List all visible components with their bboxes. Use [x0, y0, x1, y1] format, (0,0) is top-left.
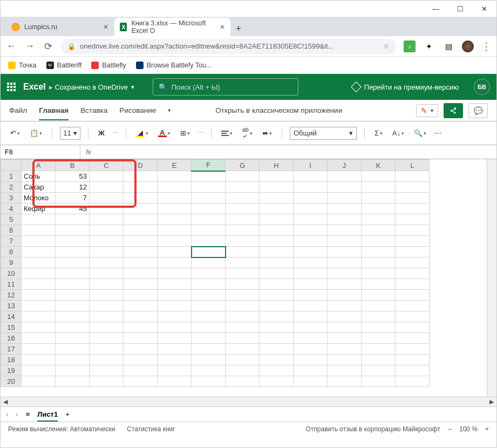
- cell-J2[interactable]: [328, 182, 362, 193]
- cell-B10[interactable]: [56, 268, 90, 279]
- row-header-20[interactable]: 20: [1, 376, 22, 387]
- cell-B19[interactable]: [56, 365, 90, 376]
- extensions-button[interactable]: ✦: [423, 40, 435, 52]
- cell-G19[interactable]: [226, 365, 260, 376]
- cell-G9[interactable]: [226, 257, 260, 268]
- cell-B8[interactable]: [56, 247, 90, 257]
- cell-A15[interactable]: [22, 322, 56, 333]
- cell-E10[interactable]: [158, 268, 192, 279]
- cell-H1[interactable]: [260, 171, 294, 182]
- row-header-2[interactable]: 2: [1, 182, 22, 193]
- window-minimize[interactable]: —: [424, 1, 448, 17]
- cell-D8[interactable]: [124, 247, 158, 257]
- cell-D6[interactable]: [124, 225, 158, 236]
- cell-D15[interactable]: [124, 322, 158, 333]
- cell-E6[interactable]: [158, 225, 192, 236]
- cell-A9[interactable]: [22, 257, 56, 268]
- cell-D9[interactable]: [124, 257, 158, 268]
- row-header-12[interactable]: 12: [1, 290, 22, 301]
- cell-K12[interactable]: [362, 290, 396, 301]
- cell-I9[interactable]: [294, 257, 328, 268]
- sheet-nav-next[interactable]: ›: [16, 410, 18, 418]
- cell-J12[interactable]: [328, 290, 362, 301]
- cell-D11[interactable]: [124, 279, 158, 290]
- cell-H11[interactable]: [260, 279, 294, 290]
- cell-L2[interactable]: [396, 182, 430, 193]
- cell-J6[interactable]: [328, 225, 362, 236]
- cell-H4[interactable]: [260, 203, 294, 214]
- row-header-7[interactable]: 7: [1, 236, 22, 247]
- cell-J3[interactable]: [328, 193, 362, 203]
- cell-G14[interactable]: [226, 311, 260, 322]
- cell-C1[interactable]: [90, 171, 124, 182]
- bookmark-battleriff[interactable]: ΨBattleriff: [46, 62, 82, 69]
- extension-icon[interactable]: ♪: [404, 40, 416, 52]
- cell-F20[interactable]: [192, 376, 226, 387]
- cell-K16[interactable]: [362, 333, 396, 344]
- cell-D1[interactable]: [124, 171, 158, 182]
- cell-J7[interactable]: [328, 236, 362, 247]
- row-header-15[interactable]: 15: [1, 322, 22, 333]
- col-header-H[interactable]: H: [260, 160, 294, 171]
- cell-A4[interactable]: Кефир: [22, 203, 56, 214]
- cell-B6[interactable]: [56, 225, 90, 236]
- cell-H12[interactable]: [260, 290, 294, 301]
- cell-L19[interactable]: [396, 365, 430, 376]
- row-header-17[interactable]: 17: [1, 344, 22, 355]
- close-icon[interactable]: ✕: [220, 23, 225, 31]
- cell-E15[interactable]: [158, 322, 192, 333]
- cell-A19[interactable]: [22, 365, 56, 376]
- cell-I10[interactable]: [294, 268, 328, 279]
- cell-H3[interactable]: [260, 193, 294, 203]
- sheet-tab[interactable]: Лист1: [37, 410, 58, 418]
- cell-F19[interactable]: [192, 365, 226, 376]
- cell-E13[interactable]: [158, 301, 192, 311]
- cell-D14[interactable]: [124, 311, 158, 322]
- zoom-in-button[interactable]: +: [485, 425, 489, 433]
- cell-B5[interactable]: [56, 214, 90, 225]
- cell-J18[interactable]: [328, 355, 362, 365]
- cell-H7[interactable]: [260, 236, 294, 247]
- cell-B3[interactable]: 7: [56, 193, 90, 203]
- col-header-J[interactable]: J: [328, 160, 362, 171]
- cell-B1[interactable]: 53: [56, 171, 90, 182]
- browser-tab-lumpics[interactable]: Lumpics.ru ✕: [6, 18, 114, 36]
- cell-A1[interactable]: Соль: [22, 171, 56, 182]
- cell-B20[interactable]: [56, 376, 90, 387]
- cell-C17[interactable]: [90, 344, 124, 355]
- cell-A20[interactable]: [22, 376, 56, 387]
- scroll-left-icon[interactable]: ◀: [1, 398, 10, 405]
- bold-button[interactable]: Ж: [96, 128, 107, 138]
- cell-H10[interactable]: [260, 268, 294, 279]
- col-header-F[interactable]: F: [192, 160, 226, 171]
- premium-link[interactable]: Перейти на премиум-версию: [352, 83, 459, 91]
- cell-I8[interactable]: [294, 247, 328, 257]
- cell-I19[interactable]: [294, 365, 328, 376]
- cell-K1[interactable]: [362, 171, 396, 182]
- bookmark-battlefly[interactable]: Battlefly: [91, 62, 126, 69]
- cell-I2[interactable]: [294, 182, 328, 193]
- cell-I7[interactable]: [294, 236, 328, 247]
- col-header-C[interactable]: C: [90, 160, 124, 171]
- cell-D12[interactable]: [124, 290, 158, 301]
- cell-E17[interactable]: [158, 344, 192, 355]
- cell-B11[interactable]: [56, 279, 90, 290]
- cell-I16[interactable]: [294, 333, 328, 344]
- user-avatar[interactable]: БВ: [474, 79, 490, 95]
- cell-B15[interactable]: [56, 322, 90, 333]
- cell-D5[interactable]: [124, 214, 158, 225]
- cell-D20[interactable]: [124, 376, 158, 387]
- cell-K11[interactable]: [362, 279, 396, 290]
- row-header-10[interactable]: 10: [1, 268, 22, 279]
- cell-H2[interactable]: [260, 182, 294, 193]
- cell-I5[interactable]: [294, 214, 328, 225]
- cell-E3[interactable]: [158, 193, 192, 203]
- browser-menu[interactable]: ⋮: [481, 40, 491, 52]
- cell-F18[interactable]: [192, 355, 226, 365]
- cell-I15[interactable]: [294, 322, 328, 333]
- cell-H20[interactable]: [260, 376, 294, 387]
- undo-button[interactable]: ↶▾: [8, 128, 22, 138]
- cell-K5[interactable]: [362, 214, 396, 225]
- cell-C4[interactable]: [90, 203, 124, 214]
- cell-D10[interactable]: [124, 268, 158, 279]
